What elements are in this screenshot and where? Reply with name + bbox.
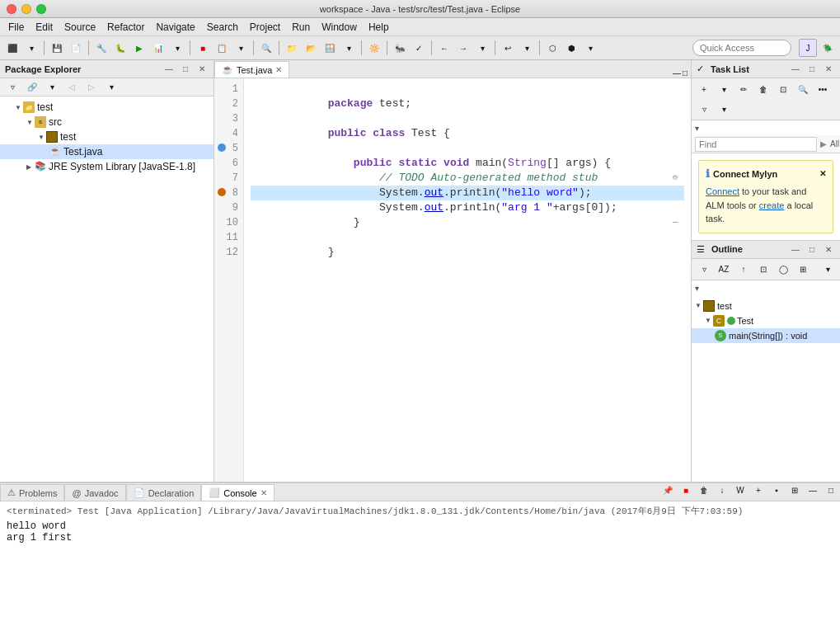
menu-window[interactable]: Window xyxy=(317,20,362,35)
ct-more[interactable]: ⊞ xyxy=(786,481,804,499)
minimize-button[interactable] xyxy=(21,4,31,14)
ol-sort[interactable]: AZ xyxy=(715,260,733,278)
tb-save[interactable]: 💾 xyxy=(48,39,66,57)
tab-problems[interactable]: ⚠ Problems xyxy=(0,484,64,501)
code-editor[interactable]: 1 2 3 4 5 6 7 8 9 10 11 12 package tes xyxy=(214,78,691,482)
ol-close[interactable]: ✕ xyxy=(822,242,835,256)
tl-close[interactable]: ✕ xyxy=(822,63,835,76)
quick-access-input[interactable] xyxy=(692,40,791,56)
pe-dropdown[interactable]: ▾ xyxy=(102,78,120,96)
tl-minimize[interactable]: — xyxy=(789,63,802,76)
tb-last-dropdown[interactable]: ▾ xyxy=(518,39,536,57)
tb-dropdown1[interactable]: ▾ xyxy=(168,39,186,57)
console-tab-close[interactable]: ✕ xyxy=(260,488,267,497)
tb-refresh[interactable]: 🔧 xyxy=(92,39,110,57)
java-perspective-icon[interactable]: J xyxy=(799,39,817,57)
menu-project[interactable]: Project xyxy=(245,20,285,35)
menu-file[interactable]: File xyxy=(3,20,29,35)
ol-dropdown[interactable]: ▾ xyxy=(819,260,837,278)
menu-search[interactable]: Search xyxy=(202,20,243,35)
filter-arrow[interactable]: ▾ xyxy=(695,124,699,133)
menu-navigate[interactable]: Navigate xyxy=(151,20,199,35)
tb-more1[interactable]: ⬡ xyxy=(543,39,561,57)
tb-search[interactable]: 🔍 xyxy=(257,39,275,57)
tb-profile[interactable]: 📋 xyxy=(213,39,231,57)
pe-fwd[interactable]: ▷ xyxy=(82,78,101,96)
ct-pin[interactable]: 📌 xyxy=(659,481,677,499)
tt-filter[interactable]: ⊡ xyxy=(774,80,792,98)
ct-terminate[interactable]: ■ xyxy=(677,481,695,499)
tb-coverage[interactable]: 📊 xyxy=(149,39,167,57)
tree-item-jre[interactable]: ▶ 📚 JRE System Library [JavaSE-1.8] xyxy=(0,159,214,174)
outline-class[interactable]: ▼ C Test xyxy=(692,313,840,328)
tb-save-all[interactable]: 📄 xyxy=(67,39,85,57)
tb-nav-back[interactable]: ← xyxy=(435,39,453,57)
mylyn-connect-link[interactable]: Connect xyxy=(706,186,739,196)
tree-item-test-project[interactable]: ▼ 📁 test xyxy=(0,100,214,115)
tb-new[interactable]: ⬛ xyxy=(3,39,21,57)
pe-minimize[interactable]: — xyxy=(162,63,176,76)
tab-declaration[interactable]: 📄 Declaration xyxy=(126,484,202,501)
task-find-input[interactable] xyxy=(695,137,817,152)
tree-item-test-package[interactable]: ▼ test xyxy=(0,129,214,144)
editor-tab-test-java[interactable]: ☕ Test.java ✕ xyxy=(214,61,289,78)
tb-dropdown2[interactable]: ▾ xyxy=(232,39,250,57)
ct-display[interactable]: ▪ xyxy=(767,481,786,499)
tb-open-res[interactable]: 📂 xyxy=(302,39,320,57)
tree-item-test-java[interactable]: ☕ Test.java xyxy=(0,144,214,159)
mylyn-create-link[interactable]: create xyxy=(759,200,785,210)
ol-minimize[interactable]: — xyxy=(789,242,802,256)
ol-collapse[interactable]: ▿ xyxy=(695,260,713,278)
tb-dropdown3[interactable]: ▾ xyxy=(340,39,358,57)
tt-remove[interactable]: 🗑 xyxy=(754,80,772,98)
tb-open-type[interactable]: 📁 xyxy=(283,39,301,57)
debug-perspective-icon[interactable]: 🪲 xyxy=(819,39,837,57)
close-button[interactable] xyxy=(7,4,16,14)
ct-min[interactable]: — xyxy=(804,481,822,499)
ct-clear[interactable]: 🗑 xyxy=(695,481,713,499)
pe-link[interactable]: 🔗 xyxy=(23,78,41,96)
ol-maximize[interactable]: □ xyxy=(805,242,819,256)
tab-close[interactable]: ✕ xyxy=(275,65,282,74)
tree-item-src[interactable]: ▼ s src xyxy=(0,115,214,129)
ct-word[interactable]: W xyxy=(731,481,749,499)
tb-open-persp[interactable]: 🪟 xyxy=(321,39,339,57)
ct-scroll[interactable]: ↓ xyxy=(713,481,731,499)
pe-maximize[interactable]: □ xyxy=(179,63,192,76)
minimize-editor-icon[interactable]: — xyxy=(673,68,681,78)
mylyn-close[interactable]: ✕ xyxy=(819,169,826,178)
tb-stop[interactable]: ■ xyxy=(194,39,212,57)
ol-hide[interactable]: ◯ xyxy=(774,260,792,278)
tt-viewmenu[interactable]: ▾ xyxy=(715,100,733,118)
tb-last-edit[interactable]: ↩ xyxy=(499,39,517,57)
outline-method[interactable]: S main(String[]) : void xyxy=(692,328,840,343)
tb-more2[interactable]: ⬢ xyxy=(562,39,580,57)
tt-dropdown[interactable]: ▾ xyxy=(715,80,733,98)
ct-max[interactable]: □ xyxy=(822,481,840,499)
ol-sort2[interactable]: ↑ xyxy=(734,260,753,278)
pe-collapse[interactable]: ▿ xyxy=(3,78,21,96)
tb-nav-fwd[interactable]: → xyxy=(454,39,472,57)
tb-debug[interactable]: 🐛 xyxy=(111,39,129,57)
tt-add[interactable]: + xyxy=(695,80,713,98)
tb-task[interactable]: ✓ xyxy=(410,39,428,57)
maximize-button[interactable] xyxy=(36,4,46,14)
pe-viewmenu[interactable]: ▾ xyxy=(43,78,61,96)
find-arrow[interactable]: ▶ xyxy=(820,139,827,148)
tl-maximize[interactable]: □ xyxy=(805,63,819,76)
tab-console[interactable]: ⬜ Console ✕ xyxy=(201,484,274,501)
outline-package[interactable]: ▼ test xyxy=(692,299,840,313)
outline-filter-arrow[interactable]: ▾ xyxy=(695,284,699,293)
maximize-editor-icon[interactable]: □ xyxy=(683,68,687,78)
tt-collapse[interactable]: ▿ xyxy=(695,100,713,118)
menu-run[interactable]: Run xyxy=(287,20,315,35)
tab-javadoc[interactable]: @ Javadoc xyxy=(64,484,125,501)
ol-filter[interactable]: ⊡ xyxy=(754,260,772,278)
tb-more3[interactable]: ▾ xyxy=(581,39,599,57)
menu-refactor[interactable]: Refactor xyxy=(102,20,149,35)
tb-new-dropdown[interactable]: ▾ xyxy=(22,39,40,57)
tb-highlight[interactable]: 🔆 xyxy=(365,39,383,57)
ct-new[interactable]: + xyxy=(749,481,767,499)
tb-ant[interactable]: 🐜 xyxy=(391,39,409,57)
tt-more[interactable]: ••• xyxy=(814,80,832,98)
